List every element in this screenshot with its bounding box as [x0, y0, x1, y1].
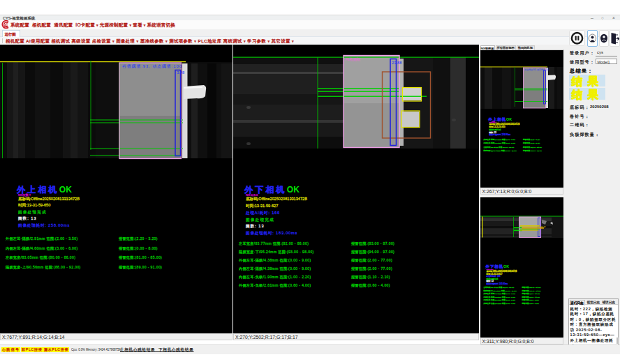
svg-text:谷值阈值:93, 动态阈值:100: 谷值阈值:93, 动态阈值:100 [524, 68, 549, 70]
svg-text:83.77: 83.77 [540, 226, 546, 229]
svg-text:谷值阈值:93, 动态阈值:100: 谷值阈值:93, 动态阈值:100 [122, 64, 182, 69]
svg-text:3.48: 3.48 [177, 70, 184, 75]
svg-text:AI检测框: AI检测框 [346, 57, 361, 62]
svg-text:23.88: 23.88 [392, 61, 402, 65]
